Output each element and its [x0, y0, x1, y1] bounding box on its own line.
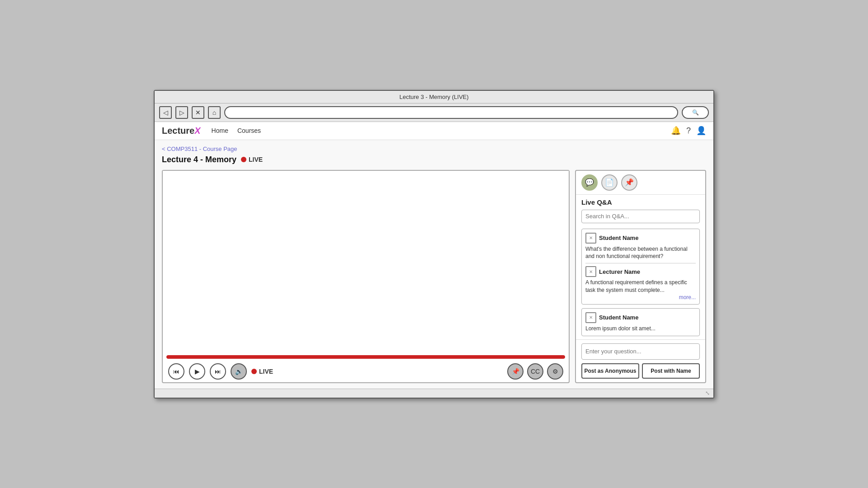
qa-reply-text-1: A functional requirement defines a speci…: [585, 279, 696, 294]
gear-icon: ⚙: [552, 368, 558, 375]
qa-text-1: What's the difference between a function…: [585, 245, 696, 261]
browser-toolbar: ◁ ▷ ✕ ⌂ 🔍: [155, 103, 713, 122]
breadcrumb[interactable]: < COMP3511 - Course Page: [162, 145, 706, 152]
help-icon[interactable]: ?: [686, 126, 691, 136]
home-icon: ⌂: [212, 109, 216, 116]
back-icon: ◁: [163, 109, 168, 116]
qa-title: Live Q&A: [576, 195, 705, 208]
content-area: ⏮ ▶ ⏭ 🔊 LIVE: [162, 170, 706, 383]
video-player: ⏮ ▶ ⏭ 🔊 LIVE: [162, 170, 570, 383]
user-icon[interactable]: 👤: [696, 126, 706, 136]
back-button[interactable]: ◁: [159, 106, 172, 119]
logo-x: X: [194, 126, 200, 136]
avatar-reply-1: ✕: [585, 266, 596, 277]
avatar-2: ✕: [585, 312, 596, 323]
forward-button[interactable]: ▷: [175, 106, 188, 119]
post-anonymous-button[interactable]: Post as Anonymous: [581, 363, 639, 379]
logo-lecture: Lecture: [162, 126, 194, 136]
qa-message-1-header: ✕ Student Name: [585, 233, 696, 244]
qa-message-1-reply-header: ✕ Lecturer Name: [585, 266, 696, 277]
video-screen: [163, 171, 569, 352]
pin-tab-icon: 📌: [625, 178, 634, 187]
chat-icon: 💬: [585, 178, 594, 187]
main-content: < COMP3511 - Course Page Lecture 4 - Mem…: [155, 140, 713, 389]
search-icon: 🔍: [692, 109, 699, 116]
qa-message-2: ✕ Student Name Lorem ipsum dolor sit ame…: [581, 308, 700, 337]
site-nav: LectureX Home Courses 🔔 ? 👤: [155, 122, 713, 140]
forward-icon: ▷: [179, 109, 184, 116]
volume-button[interactable]: 🔊: [231, 363, 247, 380]
qa-search-input[interactable]: [581, 210, 700, 223]
pin-button[interactable]: 📌: [507, 363, 524, 380]
rewind-button[interactable]: ⏮: [168, 363, 184, 380]
cc-button[interactable]: CC: [527, 363, 543, 380]
volume-icon: 🔊: [235, 368, 243, 375]
browser-title: Lecture 3 - Memory (LIVE): [399, 94, 468, 100]
play-icon: ▶: [195, 368, 200, 375]
nav-icons: 🔔 ? 👤: [671, 126, 706, 136]
qa-message-1: ✕ Student Name What's the difference bet…: [581, 229, 700, 305]
controls-right: 📌 CC ⚙: [507, 363, 563, 380]
page-title-row: Lecture 4 - Memory LIVE: [162, 155, 706, 164]
qa-reply-author-1: Lecturer Name: [599, 268, 640, 275]
address-bar[interactable]: [224, 106, 678, 119]
qa-messages: ✕ Student Name What's the difference bet…: [576, 227, 705, 339]
qa-question-input[interactable]: [581, 343, 700, 360]
play-button[interactable]: ▶: [189, 363, 205, 380]
pin-icon: 📌: [512, 368, 519, 375]
qa-message-2-header: ✕ Student Name: [585, 312, 696, 323]
qa-author-2: Student Name: [599, 314, 638, 321]
qa-divider-1: [585, 263, 696, 263]
video-live-indicator: LIVE: [251, 368, 273, 375]
close-button[interactable]: ✕: [192, 106, 204, 119]
qa-author-1: Student Name: [599, 235, 638, 241]
qa-tabs: 💬 📄 📌: [576, 171, 705, 195]
live-badge: LIVE: [241, 156, 263, 163]
doc-icon: 📄: [605, 178, 614, 187]
tab-chat[interactable]: 💬: [581, 174, 598, 191]
home-button[interactable]: ⌂: [208, 106, 221, 119]
qa-panel: 💬 📄 📌 Live Q&A ✕: [575, 170, 706, 383]
post-with-name-button[interactable]: Post with Name: [642, 363, 700, 379]
video-live-label: LIVE: [259, 368, 273, 375]
qa-more-link-1[interactable]: more...: [585, 294, 696, 300]
video-controls: ⏮ ▶ ⏭ 🔊 LIVE: [163, 361, 569, 382]
close-icon: ✕: [195, 109, 201, 116]
settings-button[interactable]: ⚙: [547, 363, 563, 380]
rewind-icon: ⏮: [173, 368, 179, 375]
browser-window: Lecture 3 - Memory (LIVE) ◁ ▷ ✕ ⌂ 🔍 Lect…: [154, 90, 714, 399]
qa-input-area: Post as Anonymous Post with Name: [576, 339, 705, 382]
qa-buttons: Post as Anonymous Post with Name: [581, 363, 700, 379]
video-progress-fill: [166, 355, 565, 359]
nav-links: Home Courses: [212, 127, 671, 134]
page-title: Lecture 4 - Memory: [162, 155, 236, 164]
bell-icon[interactable]: 🔔: [671, 126, 681, 136]
browser-titlebar: Lecture 3 - Memory (LIVE): [155, 91, 713, 103]
resize-icon: ⤡: [705, 390, 710, 396]
nav-home[interactable]: Home: [212, 127, 228, 134]
fastforward-button[interactable]: ⏭: [210, 363, 226, 380]
logo[interactable]: LectureX: [162, 126, 201, 136]
video-live-dot: [251, 369, 257, 374]
browser-statusbar: ⤡: [155, 389, 713, 398]
live-label: LIVE: [249, 156, 263, 163]
fastforward-icon: ⏭: [215, 368, 221, 375]
avatar-1: ✕: [585, 233, 596, 244]
search-button[interactable]: 🔍: [682, 106, 709, 119]
qa-text-2: Lorem ipsum dolor sit amet...: [585, 325, 696, 333]
tab-doc[interactable]: 📄: [601, 174, 618, 191]
nav-courses[interactable]: Courses: [237, 127, 261, 134]
tab-pin[interactable]: 📌: [621, 174, 637, 191]
cc-icon: CC: [531, 368, 540, 375]
live-dot-indicator: [241, 157, 246, 162]
video-progress-bar[interactable]: [166, 355, 565, 359]
